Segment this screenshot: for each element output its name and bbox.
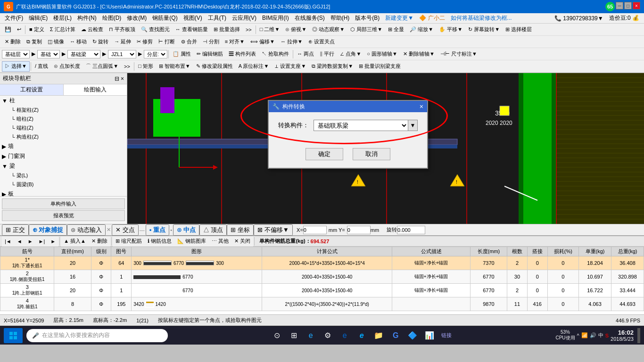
tb-break-btn[interactable]: ⊢ 打断	[156, 37, 178, 47]
menu-phone[interactable]: 📞 13907298339▼	[552, 14, 606, 23]
tb-move-btn[interactable]: ↔ 移动	[67, 37, 90, 47]
tb-sum-btn[interactable]: Σ 汇总计算	[47, 25, 78, 35]
tb-undo-btn[interactable]: ↩	[14, 25, 24, 35]
tb-2d-btn[interactable]: □ 二维▼	[257, 25, 283, 35]
tb-line-btn[interactable]: / 直线	[32, 61, 51, 72]
menu-draw[interactable]: 绘图(D)	[99, 13, 124, 23]
tb-align2-btn[interactable]: ≡ 对齐▼	[222, 37, 248, 47]
snap-object-btn[interactable]: ⊕ 对象捕捉	[29, 224, 67, 236]
layer-select[interactable]: 基础层	[2, 50, 30, 58]
taskbar-icon-task[interactable]: ⊞	[286, 328, 301, 343]
start-button[interactable]	[4, 328, 23, 343]
menu-online[interactable]: 在线服务(S)	[292, 13, 328, 23]
section-engineering[interactable]: 工程设置	[0, 84, 64, 95]
tb-smartlay-btn[interactable]: ⊞ 智能布置▼	[156, 61, 193, 72]
canvas-area[interactable]: 3500 2020 2020 ! ! 🔧 构件转换 ×	[127, 73, 644, 224]
menu-new-change[interactable]: 新建变更▼	[382, 13, 416, 23]
tb-select-floor-btn[interactable]: ⊞ 选择楼层	[503, 25, 535, 35]
tb-batch-identify-btn[interactable]: ⊞ 批量识别梁支座	[356, 61, 404, 72]
tb-mirror-btn[interactable]: ◫ 镜像	[45, 37, 67, 47]
tb-grab-component-btn[interactable]: ↖ 抢取构件	[259, 49, 292, 59]
tb-zoom-btn[interactable]: 🔎 缩放▼	[407, 25, 436, 35]
taskbar-icon-app1[interactable]: 🔷	[405, 328, 420, 343]
menu-tools[interactable]: 工具(T)	[205, 13, 229, 23]
insert-btn[interactable]: ▲ 插入▲	[61, 236, 89, 247]
tb-find-btn[interactable]: 🔍 查找图元	[138, 25, 173, 35]
taskbar-icon-cortana[interactable]: ⊙	[269, 328, 284, 343]
snap-ortho-btn[interactable]: ⊞ 正交	[2, 224, 29, 236]
angle-input[interactable]	[397, 226, 425, 234]
scale-rebar-btn[interactable]: ⊞ 缩尺配筋	[113, 236, 145, 247]
tree-item-endcol[interactable]: └端柱(Z)	[0, 123, 127, 132]
tb-delete-btn[interactable]: ✕ 删除	[2, 37, 24, 47]
tb-dimension-btn[interactable]: ⊣⊢ 尺寸标注▼	[438, 49, 480, 59]
tb-edit-rebar-btn[interactable]: ✏ 编辑钢筋	[194, 49, 226, 59]
rebar-info-btn[interactable]: ℹ 钢筋信息	[145, 236, 174, 247]
tb-top-view-btn[interactable]: ⊙ 俯视▼	[282, 25, 309, 35]
tb-offset-btn[interactable]: ⟺ 偏移▼	[248, 37, 278, 47]
tb-modify-seg-btn[interactable]: ✎ 修改梁段属性	[193, 61, 236, 72]
close-table-btn[interactable]: ✕ 关闭	[231, 236, 253, 247]
single-component-btn[interactable]: 单构件输入	[2, 198, 125, 209]
menu-bim[interactable]: BIM应用(I)	[259, 13, 292, 23]
tree-item-slab[interactable]: ▶ 板	[0, 189, 127, 196]
tree-item-column[interactable]: ▼ 柱	[0, 96, 127, 106]
taskbar-icon-settings[interactable]: ⚙	[320, 328, 335, 343]
taskbar-icon-edge[interactable]: e	[337, 328, 352, 343]
tb-twopoint-btn[interactable]: ↔ 两点	[294, 49, 317, 59]
tb-set-support-btn[interactable]: ⊥ 设置支座▼	[272, 61, 309, 72]
convert-target-select[interactable]: 基础联系梁	[314, 120, 408, 131]
tb-pointangle-btn[interactable]: ∠ 点角▼	[337, 49, 364, 59]
menu-rebar[interactable]: 钢筋量(Q)	[149, 13, 180, 23]
tray-volume[interactable]: 🔊	[590, 332, 596, 338]
modal-close-btn[interactable]: ×	[420, 103, 423, 110]
menu-help[interactable]: 帮助(H)	[328, 13, 353, 23]
tb-circle-axis-btn[interactable]: ○ 圆形辅轴▼	[364, 49, 400, 59]
component-type-select[interactable]: 基础梁	[67, 50, 100, 58]
tray-network[interactable]: 📶	[581, 332, 588, 338]
menu-price[interactable]: 造价豆:0 💰	[606, 13, 642, 23]
tree-item-darkcol[interactable]: └暗柱(Z)	[0, 115, 127, 123]
tree-item-constcol[interactable]: └构造柱(Z)	[0, 132, 127, 141]
tree-item-framecol[interactable]: └框架柱(Z)	[0, 106, 127, 115]
tb-setkey-btn[interactable]: ⊕ 设置关点	[305, 37, 338, 47]
tb-rotate2-btn[interactable]: ↻ 旋转	[90, 37, 111, 47]
table-row[interactable]: 21跨.侧面受扭筋1 16 Φ 1 6770 2000-40+3350+1500…	[0, 270, 644, 284]
menu-cloud[interactable]: 云应用(V)	[229, 13, 259, 23]
report-preview-btn[interactable]: 报表预览	[2, 210, 125, 221]
menu-how-to[interactable]: 如何将基础梁修改为框...	[448, 13, 515, 23]
tb-batch-select-btn[interactable]: ⊞ 批量选择	[211, 25, 243, 35]
taskbar-icon-google[interactable]: G	[388, 328, 403, 343]
tb-rect-btn[interactable]: □ 矩形	[135, 61, 156, 72]
tb-parallel-btn[interactable]: ∥ 平行	[317, 49, 337, 59]
nav-prev-btn[interactable]: ◄	[14, 236, 25, 247]
nav-last-btn[interactable]: ►|	[36, 236, 48, 247]
tb-split-btn[interactable]: ⊣ 分割	[200, 37, 222, 47]
search-bar[interactable]: 🎤 在这里输入你要搜索的内容	[26, 329, 168, 342]
tb-trim-btn[interactable]: ✂ 修剪	[134, 37, 156, 47]
tb-copy-span-btn[interactable]: ⧉ 梁跨数据复制▼	[309, 61, 356, 72]
x-input[interactable]	[303, 226, 327, 234]
snap-nooffset-btn[interactable]: ⊠ 不偏移▼	[254, 224, 293, 236]
other-btn[interactable]: ⋯ 其他	[209, 236, 231, 247]
level-select[interactable]: 分层1	[144, 50, 167, 58]
menu-view[interactable]: 视图(V)	[181, 13, 205, 23]
tb-copy-btn[interactable]: ⧉ 复制	[24, 37, 45, 47]
section-drawing[interactable]: 绘图输入	[64, 84, 127, 95]
taskbar-time[interactable]: 16:02 2018/5/23	[611, 329, 634, 342]
snap-center-btn[interactable]: ⊙ 中点	[173, 224, 199, 236]
snap-dynamic-btn[interactable]: ⊙ 动态输入	[67, 224, 106, 236]
menu-file[interactable]: 文件(F)	[2, 13, 26, 23]
tb-more-btn[interactable]: >>	[243, 25, 255, 35]
tb-extend-btn[interactable]: → 延伸	[111, 37, 134, 47]
menu-component[interactable]: 构件(N)	[74, 13, 99, 23]
sublayer-select[interactable]: 基础	[37, 50, 60, 58]
tb-cloud-check-btn[interactable]: ☁ 云检查	[78, 25, 106, 35]
close-button[interactable]: ×	[633, 2, 640, 9]
taskbar-link-btn[interactable]: 链接	[439, 328, 454, 343]
menu-modify[interactable]: 修改(M)	[124, 13, 149, 23]
rebar-diagram-btn[interactable]: 📐 钢筋图库	[174, 236, 209, 247]
tray-ime[interactable]: 中	[598, 332, 603, 339]
tb-stretch-btn[interactable]: ↔ 拉伸▼	[278, 37, 305, 47]
snap-coord-btn[interactable]: ⊞ 坐标	[227, 224, 254, 236]
